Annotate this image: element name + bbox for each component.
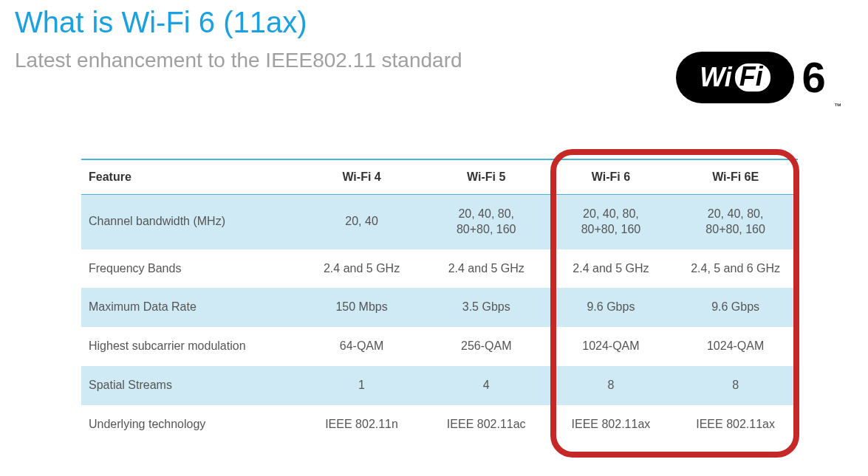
feature-cell: Underlying technology xyxy=(81,405,299,444)
header-wifi6: Wi-Fi 6 xyxy=(549,159,674,195)
header-wifi5: Wi-Fi 5 xyxy=(424,159,549,195)
value-cell: 2.4 and 5 GHz xyxy=(424,249,549,289)
table-row: Underlying technologyIEEE 802.11nIEEE 80… xyxy=(81,405,798,444)
logo-wi-text: Wi xyxy=(700,62,732,93)
value-cell: IEEE 802.11ac xyxy=(424,405,549,444)
value-cell: 2.4, 5 and 6 GHz xyxy=(673,249,798,289)
value-cell: 64-QAM xyxy=(299,327,424,366)
feature-cell: Frequency Bands xyxy=(81,249,299,289)
header-feature: Feature xyxy=(81,159,299,195)
table-row: Channel bandwidth (MHz)20, 4020, 40, 80,… xyxy=(81,195,798,249)
feature-cell: Channel bandwidth (MHz) xyxy=(81,195,299,249)
page-subtitle: Latest enhancement to the IEEE802.11 sta… xyxy=(15,49,462,72)
value-cell: IEEE 802.11ax xyxy=(549,405,674,444)
header-wifi4: Wi-Fi 4 xyxy=(299,159,424,195)
value-cell: 2.4 and 5 GHz xyxy=(299,249,424,289)
value-cell: IEEE 802.11n xyxy=(299,405,424,444)
value-cell: 9.6 Gbps xyxy=(673,288,798,327)
value-cell: IEEE 802.11ax xyxy=(673,405,798,444)
value-cell: 20, 40, 80,80+80, 160 xyxy=(549,195,674,249)
comparison-table: Feature Wi-Fi 4 Wi-Fi 5 Wi-Fi 6 Wi-Fi 6E… xyxy=(81,159,798,444)
value-cell: 1 xyxy=(299,366,424,405)
value-cell: 256-QAM xyxy=(424,327,549,366)
page-title: What is Wi-Fi 6 (11ax) xyxy=(15,6,307,39)
logo-fi-text: Fi xyxy=(735,63,770,92)
header-wifi6e: Wi-Fi 6E xyxy=(673,159,798,195)
table-header-row: Feature Wi-Fi 4 Wi-Fi 5 Wi-Fi 6 Wi-Fi 6E xyxy=(81,159,798,195)
value-cell: 150 Mbps xyxy=(299,288,424,327)
feature-cell: Maximum Data Rate xyxy=(81,288,299,327)
value-cell: 20, 40 xyxy=(299,195,424,249)
value-cell: 3.5 Gbps xyxy=(424,288,549,327)
table-row: Frequency Bands2.4 and 5 GHz2.4 and 5 GH… xyxy=(81,249,798,289)
value-cell: 20, 40, 80,80+80, 160 xyxy=(673,195,798,249)
trademark-icon: ™ xyxy=(834,102,841,110)
table-row: Highest subcarrier modulation64-QAM256-Q… xyxy=(81,327,798,366)
value-cell: 8 xyxy=(549,366,674,405)
feature-cell: Highest subcarrier modulation xyxy=(81,327,299,366)
value-cell: 9.6 Gbps xyxy=(549,288,674,327)
value-cell: 1024-QAM xyxy=(673,327,798,366)
value-cell: 8 xyxy=(673,366,798,405)
table-row: Maximum Data Rate150 Mbps3.5 Gbps9.6 Gbp… xyxy=(81,288,798,327)
wifi6-logo: Wi Fi 6 ™ xyxy=(676,52,838,107)
feature-cell: Spatial Streams xyxy=(81,366,299,405)
value-cell: 2.4 and 5 GHz xyxy=(549,249,674,289)
comparison-table-wrap: Feature Wi-Fi 4 Wi-Fi 5 Wi-Fi 6 Wi-Fi 6E… xyxy=(81,159,798,444)
table-row: Spatial Streams1488 xyxy=(81,366,798,405)
wifi-badge: Wi Fi xyxy=(676,52,794,103)
value-cell: 1024-QAM xyxy=(549,327,674,366)
value-cell: 4 xyxy=(424,366,549,405)
value-cell: 20, 40, 80,80+80, 160 xyxy=(424,195,549,249)
logo-six-text: 6 xyxy=(802,52,825,103)
